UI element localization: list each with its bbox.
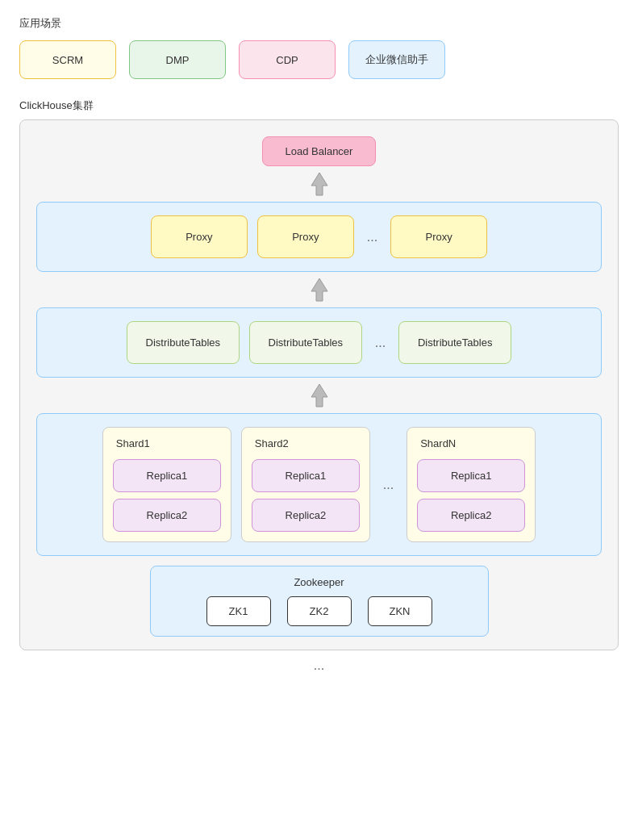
arrow-lb-to-proxy (36, 169, 602, 199)
proxy-ellipsis: ... (364, 230, 381, 244)
app-dmp: DMP (129, 40, 226, 79)
zkn-box: ZKN (368, 596, 432, 626)
shard1-replica2: Replica2 (113, 499, 221, 532)
shard-ellipsis: ... (380, 478, 397, 492)
dist-box-1: DistributeTables (127, 321, 240, 364)
load-balancer-box: Load Balancer (262, 136, 377, 166)
shard1-replica1: Replica1 (113, 459, 221, 492)
dist-box-3: DistributeTables (398, 321, 511, 364)
load-balancer-row: Load Balancer (36, 136, 602, 166)
dist-ellipsis: ... (372, 336, 389, 350)
svg-marker-2 (311, 384, 327, 407)
app-row: SCRM DMP CDP 企业微信助手 (19, 40, 619, 79)
zk2-box: ZK2 (287, 596, 352, 626)
shard2-title: Shard2 (252, 437, 289, 449)
cluster-section-label: ClickHouse集群 (19, 98, 619, 113)
zk1-box: ZK1 (206, 596, 271, 626)
app-cdp: CDP (239, 40, 336, 79)
zookeeper-section: Zookeeper ZK1 ZK2 ZKN (36, 566, 602, 637)
svg-marker-1 (311, 278, 327, 301)
page-root: 应用场景 SCRM DMP CDP 企业微信助手 ClickHouse集群 Lo… (0, 0, 638, 689)
shardn-replica1: Replica1 (417, 459, 525, 492)
zookeeper-title: Zookeeper (167, 576, 472, 588)
cluster-container: Load Balancer Proxy Proxy ... Proxy (19, 119, 619, 650)
shardn-replica2: Replica2 (417, 499, 525, 532)
dist-box-2: DistributeTables (249, 321, 362, 364)
app-scrm: SCRM (19, 40, 116, 79)
proxy-box-3: Proxy (390, 215, 487, 258)
app-wechat: 企业微信助手 (348, 40, 445, 79)
proxy-box-1: Proxy (151, 215, 248, 258)
zk-row: ZK1 ZK2 ZKN (167, 596, 472, 626)
proxy-container: Proxy Proxy ... Proxy (36, 202, 602, 272)
arrow-dist-to-shard (36, 381, 602, 410)
shard1-box: Shard1 Replica1 Replica2 (102, 427, 231, 542)
shard2-replica2: Replica2 (252, 499, 360, 532)
shard2-box: Shard2 Replica1 Replica2 (241, 427, 370, 542)
shardn-title: ShardN (417, 437, 456, 449)
app-section-label: 应用场景 (19, 16, 619, 31)
arrow-proxy-to-dist (36, 275, 602, 304)
zookeeper-container: Zookeeper ZK1 ZK2 ZKN (150, 566, 489, 637)
shard2-replica1: Replica1 (252, 459, 360, 492)
distribute-container: DistributeTables DistributeTables ... Di… (36, 307, 602, 378)
shard1-title: Shard1 (113, 437, 150, 449)
shardn-box: ShardN Replica1 Replica2 (407, 427, 536, 542)
bottom-ellipsis: ... (19, 658, 619, 673)
shard-container: Shard1 Replica1 Replica2 Shard2 Replica1… (36, 413, 602, 556)
proxy-box-2: Proxy (257, 215, 354, 258)
svg-marker-0 (311, 173, 327, 195)
